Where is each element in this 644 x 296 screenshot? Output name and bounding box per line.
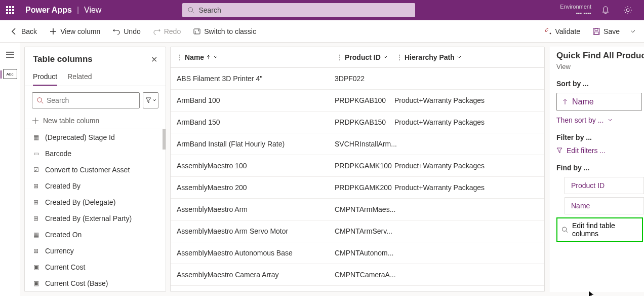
lookup-icon: ⊞ <box>32 198 40 206</box>
table-row[interactable]: AssemblyMaestro Autonomous BaseCMPNTAuto… <box>171 242 544 264</box>
tc-item[interactable]: ▦Created On <box>25 227 166 243</box>
calendar-icon: ▦ <box>32 231 40 239</box>
table-row[interactable]: AssemblyMaestro ArmCMPNTArmMaes... <box>171 199 544 220</box>
tc-item[interactable]: ⊞Currency <box>25 243 166 259</box>
chevron-down-icon <box>152 98 156 102</box>
settings-button[interactable] <box>620 2 636 18</box>
tc-item[interactable]: ⊞Created By <box>25 178 166 194</box>
col-header-hierarchy[interactable]: ⋮ Hierarchy Path <box>394 49 540 65</box>
tc-item[interactable]: ⊞Created By (Delegate) <box>25 194 166 210</box>
table-row[interactable]: AssemblyMaestro Arm Servo MotorCMPNTArmS… <box>171 220 544 242</box>
then-sort-button[interactable]: Then sort by ... <box>556 116 644 124</box>
search-icon <box>561 226 568 233</box>
tc-item[interactable]: ☑Convert to Customer Asset <box>25 162 166 178</box>
switch-classic-button[interactable]: Switch to classic <box>187 20 262 43</box>
chevron-down-icon <box>383 55 388 60</box>
back-button[interactable]: Back <box>4 20 43 43</box>
sort-asc-icon <box>206 55 211 60</box>
chevron-down-icon <box>630 28 636 34</box>
stage-icon: ▦ <box>32 133 40 141</box>
tc-list: ▦(Deprecated) Stage Id ▭Barcode ☑Convert… <box>25 129 166 291</box>
cell-name: AssemblyMaestro 200 <box>175 183 335 192</box>
lookup-icon: ⊞ <box>32 214 40 223</box>
rp-title: Quick Find All Products <box>556 51 644 61</box>
right-panel: Quick Find All Products View Sort by ...… <box>549 47 644 292</box>
tc-item[interactable]: ⊞Created By (External Party) <box>25 210 166 227</box>
search-icon <box>187 7 194 14</box>
waffle-icon <box>6 6 14 14</box>
find-chip-product-id[interactable]: Product ID <box>565 177 644 194</box>
redo-button[interactable]: Redo <box>147 20 187 43</box>
view-column-button[interactable]: View column <box>43 20 106 43</box>
table-row[interactable]: ABS Filament 3D Printer 4"3DPF022 <box>171 68 544 90</box>
notifications-button[interactable] <box>597 2 614 18</box>
edit-filters-button[interactable]: Edit filters ... <box>556 146 644 155</box>
cell-product-id: PRDPKGAMK200 <box>335 183 394 192</box>
grip-icon: ⋮ <box>177 54 183 61</box>
rail-menu-toggle[interactable] <box>0 45 20 65</box>
top-right: Environment ▪▪▪ ▪▪▪▪ <box>560 2 644 18</box>
tc-item[interactable]: ▦(Deprecated) Stage Id <box>25 129 166 145</box>
undo-button[interactable]: Undo <box>106 20 146 43</box>
svg-rect-3 <box>194 29 200 34</box>
left-rail: Abc <box>0 43 20 296</box>
page-title: View <box>79 6 106 15</box>
grip-icon: ⋮ <box>396 54 402 61</box>
cell-name: AssemblyMaestro Arm <box>175 205 335 213</box>
col-header-product-id[interactable]: ⋮ Product ID <box>335 49 394 65</box>
cell-name: ArmBand 150 <box>175 118 335 126</box>
barcode-icon: ▭ <box>32 150 40 158</box>
svg-point-10 <box>562 227 567 231</box>
validate-button[interactable]: Validate <box>538 20 587 43</box>
new-table-column-button[interactable]: New table column <box>25 113 166 129</box>
validate-icon <box>544 27 552 35</box>
col-header-name[interactable]: ⋮ Name <box>175 49 335 65</box>
environment-label[interactable]: Environment ▪▪▪ ▪▪▪▪ <box>560 4 591 17</box>
tc-search-row <box>25 86 166 113</box>
tc-close-button[interactable]: ✕ <box>151 55 157 64</box>
tc-header: Table columns ✕ <box>25 47 166 68</box>
edit-find-columns-button[interactable]: Edit find table columns <box>556 217 643 242</box>
tc-search-input[interactable] <box>32 92 140 108</box>
tc-item[interactable]: ▣Current Cost <box>25 259 166 275</box>
svg-line-11 <box>566 231 568 232</box>
table-row[interactable]: AssemblyMaestro 200PRDPKGAMK200Product+W… <box>171 177 544 199</box>
hamburger-icon <box>6 52 14 58</box>
search-placeholder: Search <box>198 6 221 14</box>
chevron-down-icon <box>608 118 613 123</box>
chevron-down-icon <box>457 55 462 60</box>
currency-icon: ▣ <box>32 279 40 287</box>
tab-product[interactable]: Product <box>33 68 57 86</box>
cell-product-id: CMPNTAutonom... <box>335 249 394 257</box>
tc-title: Table columns <box>33 54 93 64</box>
app-title: Power Apps <box>20 6 77 15</box>
tc-item[interactable]: ▣Current Cost (Base) <box>25 275 166 291</box>
grid-header: ⋮ Name ⋮ Product ID ⋮ Hierarchy Path <box>171 47 544 68</box>
table-row[interactable]: ArmBand Install (Flat Hourly Rate)SVCHRI… <box>171 133 544 155</box>
cell-name: ArmBand Install (Flat Hourly Rate) <box>175 140 335 148</box>
tc-search-field[interactable] <box>47 96 135 104</box>
global-search[interactable]: Search <box>182 3 415 17</box>
table-row[interactable]: AssemblyMaestro Camera ArrayCMPNTCameraA… <box>171 264 544 286</box>
data-grid: ⋮ Name ⋮ Product ID ⋮ Hierarchy Path ABS… <box>170 47 545 292</box>
scrollbar-thumb[interactable] <box>163 129 166 150</box>
table-columns-panel: Table columns ✕ Product Related New tabl… <box>24 47 166 292</box>
table-row[interactable]: ArmBand 150PRDPKGAB150Product+Warranty P… <box>171 112 544 133</box>
save-chevron[interactable] <box>626 20 640 43</box>
command-bar-right: Validate Save <box>538 20 640 43</box>
svg-line-1 <box>192 12 194 14</box>
rail-text-item[interactable]: Abc <box>3 69 17 79</box>
tc-filter-button[interactable] <box>143 92 158 108</box>
sort-field-select[interactable]: Name <box>556 93 642 111</box>
find-chip-name[interactable]: Name <box>565 197 644 214</box>
rp-subtitle: View <box>556 63 644 70</box>
table-row[interactable]: AssemblyMaestro 100PRDPKGAMK100Product+W… <box>171 155 544 177</box>
cell-product-id: PRDPKGAB150 <box>335 118 394 126</box>
cell-product-id: PRDPKGAMK100 <box>335 162 394 170</box>
save-button[interactable]: Save <box>586 20 626 43</box>
tab-related[interactable]: Related <box>67 68 92 86</box>
app-launcher[interactable] <box>0 0 20 20</box>
top-bar: Power Apps | View Search Environment ▪▪▪… <box>0 0 644 20</box>
tc-item[interactable]: ▭Barcode <box>25 145 166 162</box>
table-row[interactable]: ArmBand 100PRDPKGAB100Product+Warranty P… <box>171 90 544 112</box>
